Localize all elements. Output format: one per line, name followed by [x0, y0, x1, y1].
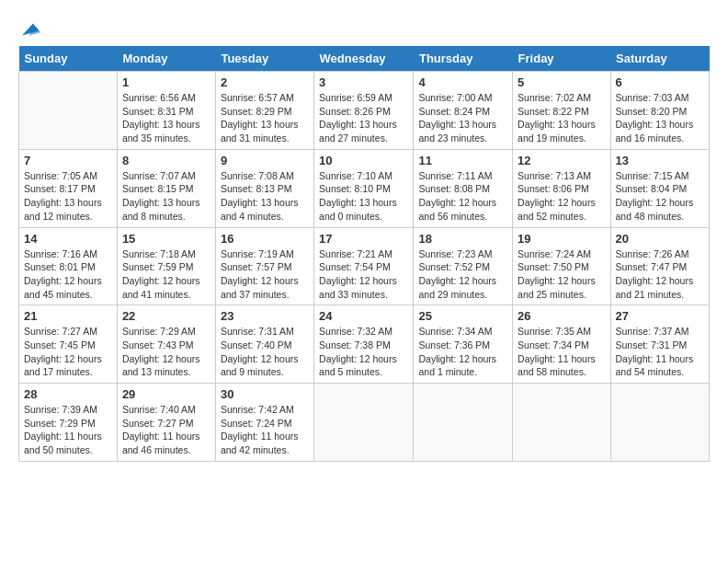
table-row: 4Sunrise: 7:00 AMSunset: 8:24 PMDaylight…: [414, 72, 513, 150]
table-row: 26Sunrise: 7:35 AMSunset: 7:34 PMDayligh…: [513, 305, 610, 384]
day-detail: Sunrise: 7:27 AMSunset: 7:45 PMDaylight:…: [24, 325, 112, 379]
table-row: 2Sunrise: 6:57 AMSunset: 8:29 PMDaylight…: [215, 72, 313, 150]
table-row: 27Sunrise: 7:37 AMSunset: 7:31 PMDayligh…: [610, 305, 709, 384]
day-number: 23: [221, 309, 309, 323]
day-number: 11: [418, 154, 507, 167]
day-number: 14: [24, 232, 112, 246]
col-header-wednesday: Wednesday: [314, 46, 414, 72]
day-detail: Sunrise: 7:26 AMSunset: 7:47 PMDaylight:…: [616, 247, 704, 302]
col-header-thursday: Thursday: [414, 46, 513, 72]
day-number: 10: [319, 154, 408, 167]
day-detail: Sunrise: 7:23 AMSunset: 7:52 PMDaylight:…: [418, 247, 507, 302]
day-detail: Sunrise: 7:29 AMSunset: 7:43 PMDaylight:…: [122, 325, 210, 379]
day-detail: Sunrise: 6:56 AMSunset: 8:31 PMDaylight:…: [122, 91, 210, 145]
table-row: [513, 384, 610, 462]
table-row: 12Sunrise: 7:13 AMSunset: 8:06 PMDayligh…: [513, 149, 610, 227]
day-detail: Sunrise: 6:59 AMSunset: 8:26 PMDaylight:…: [319, 91, 408, 145]
day-detail: Sunrise: 7:15 AMSunset: 8:04 PMDaylight:…: [616, 169, 704, 224]
day-number: 28: [24, 387, 112, 401]
day-detail: Sunrise: 6:57 AMSunset: 8:29 PMDaylight:…: [221, 91, 309, 145]
table-row: 24Sunrise: 7:32 AMSunset: 7:38 PMDayligh…: [314, 305, 414, 384]
col-header-saturday: Saturday: [610, 46, 709, 72]
day-number: 5: [518, 75, 605, 89]
day-detail: Sunrise: 7:35 AMSunset: 7:34 PMDaylight:…: [518, 325, 605, 379]
table-row: 30Sunrise: 7:42 AMSunset: 7:24 PMDayligh…: [215, 384, 313, 462]
table-row: [414, 384, 513, 462]
day-detail: Sunrise: 7:21 AMSunset: 7:54 PMDaylight:…: [319, 247, 408, 302]
table-row: 9Sunrise: 7:08 AMSunset: 8:13 PMDaylight…: [215, 149, 313, 227]
day-detail: Sunrise: 7:42 AMSunset: 7:24 PMDaylight:…: [221, 403, 309, 457]
page-header: [18, 18, 710, 37]
day-number: 3: [319, 75, 408, 89]
day-detail: Sunrise: 7:19 AMSunset: 7:57 PMDaylight:…: [221, 247, 309, 302]
table-row: 15Sunrise: 7:18 AMSunset: 7:59 PMDayligh…: [117, 227, 215, 305]
col-header-monday: Monday: [117, 46, 215, 72]
table-row: [610, 384, 709, 462]
table-row: 18Sunrise: 7:23 AMSunset: 7:52 PMDayligh…: [414, 227, 513, 305]
day-number: 12: [518, 154, 605, 167]
table-row: [19, 72, 118, 150]
day-number: 9: [221, 154, 309, 167]
table-row: 5Sunrise: 7:02 AMSunset: 8:22 PMDaylight…: [513, 72, 610, 150]
day-number: 15: [122, 232, 210, 246]
day-detail: Sunrise: 7:37 AMSunset: 7:31 PMDaylight:…: [616, 325, 704, 379]
table-row: 22Sunrise: 7:29 AMSunset: 7:43 PMDayligh…: [117, 305, 215, 384]
day-detail: Sunrise: 7:18 AMSunset: 7:59 PMDaylight:…: [122, 247, 210, 302]
table-row: 19Sunrise: 7:24 AMSunset: 7:50 PMDayligh…: [513, 227, 610, 305]
day-detail: Sunrise: 7:24 AMSunset: 7:50 PMDaylight:…: [518, 247, 605, 302]
day-number: 8: [122, 154, 210, 167]
day-number: 20: [616, 232, 704, 246]
table-row: 13Sunrise: 7:15 AMSunset: 8:04 PMDayligh…: [610, 149, 709, 227]
calendar-table: SundayMondayTuesdayWednesdayThursdayFrid…: [18, 46, 710, 462]
day-number: 27: [616, 309, 704, 323]
table-row: 21Sunrise: 7:27 AMSunset: 7:45 PMDayligh…: [19, 305, 118, 384]
logo: [18, 18, 40, 37]
day-number: 2: [221, 75, 309, 89]
day-detail: Sunrise: 7:34 AMSunset: 7:36 PMDaylight:…: [418, 325, 507, 379]
col-header-tuesday: Tuesday: [215, 46, 313, 72]
day-detail: Sunrise: 7:07 AMSunset: 8:15 PMDaylight:…: [122, 169, 210, 224]
day-number: 4: [418, 75, 507, 89]
day-number: 6: [616, 75, 704, 89]
day-detail: Sunrise: 7:02 AMSunset: 8:22 PMDaylight:…: [518, 91, 605, 145]
day-number: 22: [122, 309, 210, 323]
day-number: 17: [319, 232, 408, 246]
day-detail: Sunrise: 7:32 AMSunset: 7:38 PMDaylight:…: [319, 325, 408, 379]
table-row: 25Sunrise: 7:34 AMSunset: 7:36 PMDayligh…: [414, 305, 513, 384]
day-number: 7: [24, 154, 112, 167]
day-number: 25: [418, 309, 507, 323]
day-number: 21: [24, 309, 112, 323]
table-row: 16Sunrise: 7:19 AMSunset: 7:57 PMDayligh…: [215, 227, 313, 305]
day-number: 16: [221, 232, 309, 246]
table-row: 23Sunrise: 7:31 AMSunset: 7:40 PMDayligh…: [215, 305, 313, 384]
day-number: 19: [518, 232, 605, 246]
day-number: 1: [122, 75, 210, 89]
day-detail: Sunrise: 7:00 AMSunset: 8:24 PMDaylight:…: [418, 91, 507, 145]
day-detail: Sunrise: 7:16 AMSunset: 8:01 PMDaylight:…: [24, 247, 112, 302]
day-detail: Sunrise: 7:13 AMSunset: 8:06 PMDaylight:…: [518, 169, 605, 224]
day-detail: Sunrise: 7:40 AMSunset: 7:27 PMDaylight:…: [122, 403, 210, 457]
table-row: 11Sunrise: 7:11 AMSunset: 8:08 PMDayligh…: [414, 149, 513, 227]
logo-icon: [18, 18, 40, 40]
table-row: 28Sunrise: 7:39 AMSunset: 7:29 PMDayligh…: [19, 384, 118, 462]
table-row: 17Sunrise: 7:21 AMSunset: 7:54 PMDayligh…: [314, 227, 414, 305]
table-row: [314, 384, 414, 462]
day-number: 26: [518, 309, 605, 323]
day-number: 24: [319, 309, 408, 323]
table-row: 6Sunrise: 7:03 AMSunset: 8:20 PMDaylight…: [610, 72, 709, 150]
table-row: 7Sunrise: 7:05 AMSunset: 8:17 PMDaylight…: [19, 149, 118, 227]
table-row: 10Sunrise: 7:10 AMSunset: 8:10 PMDayligh…: [314, 149, 414, 227]
day-number: 18: [418, 232, 507, 246]
table-row: 14Sunrise: 7:16 AMSunset: 8:01 PMDayligh…: [19, 227, 118, 305]
day-number: 30: [221, 387, 309, 401]
table-row: 1Sunrise: 6:56 AMSunset: 8:31 PMDaylight…: [117, 72, 215, 150]
day-number: 29: [122, 387, 210, 401]
table-row: 3Sunrise: 6:59 AMSunset: 8:26 PMDaylight…: [314, 72, 414, 150]
day-detail: Sunrise: 7:08 AMSunset: 8:13 PMDaylight:…: [221, 169, 309, 224]
table-row: 8Sunrise: 7:07 AMSunset: 8:15 PMDaylight…: [117, 149, 215, 227]
day-detail: Sunrise: 7:03 AMSunset: 8:20 PMDaylight:…: [616, 91, 704, 145]
table-row: 29Sunrise: 7:40 AMSunset: 7:27 PMDayligh…: [117, 384, 215, 462]
day-detail: Sunrise: 7:11 AMSunset: 8:08 PMDaylight:…: [418, 169, 507, 224]
col-header-sunday: Sunday: [19, 46, 118, 72]
day-detail: Sunrise: 7:10 AMSunset: 8:10 PMDaylight:…: [319, 169, 408, 224]
